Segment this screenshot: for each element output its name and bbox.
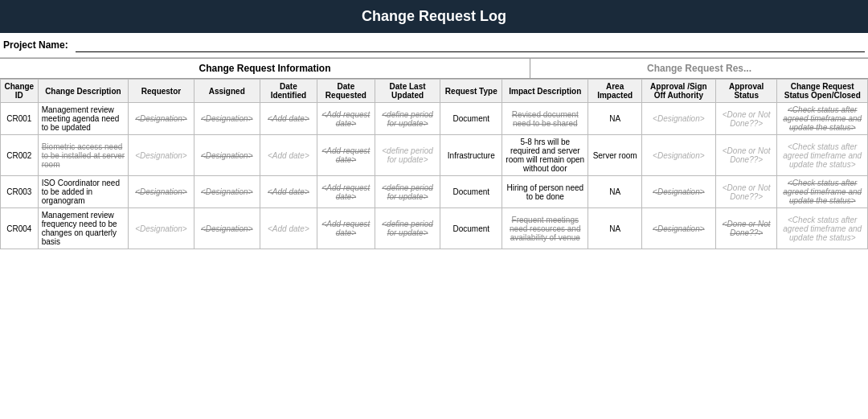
cell-area_imp: Server room	[588, 135, 641, 176]
cell-cr_status: <Check status after agreed timeframe and…	[777, 135, 868, 176]
cell-area_imp: NA	[588, 208, 641, 249]
section-header-right: Change Request Res...	[530, 59, 868, 78]
cell-assigned: <Designation>	[194, 208, 260, 249]
table-row: CR003ISO Coordinator need to be added in…	[1, 176, 868, 208]
change-request-table: Change ID Change Description Requestor A…	[0, 79, 868, 249]
cell-impact_desc: Frequent meetings need resources and ava…	[502, 208, 588, 249]
project-name-row: Project Name:	[0, 33, 868, 58]
cell-req_type: Document	[440, 176, 502, 208]
col-header-date-upd: Date Last Updated	[375, 80, 440, 103]
cell-cr_status: <Check status after agreed timeframe and…	[777, 176, 868, 208]
cell-change_desc: Management review meeting agenda need to…	[38, 103, 128, 135]
cell-date_req: <Add request date>	[317, 176, 375, 208]
cell-assigned: <Designation>	[194, 176, 260, 208]
col-header-assigned: Assigned	[194, 80, 260, 103]
cell-id: CR002	[1, 135, 39, 176]
table-row: CR002Biometric access need to be install…	[1, 135, 868, 176]
col-header-date-id: Date Identified	[260, 80, 317, 103]
cell-area_imp: NA	[588, 176, 641, 208]
col-header-id: Change ID	[1, 80, 39, 103]
cell-appr_auth: <Designation>	[641, 208, 715, 249]
cell-requestor: <Designation>	[129, 103, 194, 135]
cell-date_upd: <define period for update>	[375, 103, 440, 135]
cell-appr_auth: <Designation>	[641, 176, 715, 208]
cell-assigned: <Designation>	[194, 135, 260, 176]
cell-appr_status: <Done or Not Done??>	[715, 135, 777, 176]
cell-id: CR001	[1, 103, 39, 135]
col-header-date-req: Date Requested	[317, 80, 375, 103]
cell-date_req: <Add request date>	[317, 135, 375, 176]
col-header-req-type: Request Type	[440, 80, 502, 103]
cell-appr_auth: <Designation>	[641, 135, 715, 176]
project-name-label: Project Name:	[3, 39, 76, 51]
table-row: CR001Management review meeting agenda ne…	[1, 103, 868, 135]
cell-req_type: Infrastructure	[440, 135, 502, 176]
cell-id: CR004	[1, 208, 39, 249]
cell-cr_status: <Check status after agreed timeframe and…	[777, 208, 868, 249]
cell-id: CR003	[1, 176, 39, 208]
page-title: Change Request Log	[0, 0, 868, 33]
section-header-main: Change Request Information	[0, 59, 530, 78]
cell-change_desc: Biometric access need to be installed at…	[38, 135, 128, 176]
cell-impact_desc: 5-8 hrs will be required and server room…	[502, 135, 588, 176]
cell-assigned: <Designation>	[194, 103, 260, 135]
cell-date_upd: <define period for update>	[375, 135, 440, 176]
cell-date_upd: <define period for update>	[375, 176, 440, 208]
col-header-appr-auth: Approval /Sign Off Authority	[641, 80, 715, 103]
cell-area_imp: NA	[588, 103, 641, 135]
cell-appr_status: <Done or Not Done??>	[715, 208, 777, 249]
cell-date_req: <Add request date>	[317, 103, 375, 135]
cell-impact_desc: Hiring of person need to be done	[502, 176, 588, 208]
cell-change_desc: ISO Coordinator need to be added in orga…	[38, 176, 128, 208]
cell-date_id: <Add date>	[260, 103, 317, 135]
project-name-value[interactable]	[76, 38, 865, 52]
cell-date_id: <Add date>	[260, 176, 317, 208]
page: Change Request Log Project Name: Change …	[0, 0, 868, 419]
table-row: CR004Management review frequency need to…	[1, 208, 868, 249]
col-header-impact-desc: Impact Description	[502, 80, 588, 103]
cell-impact_desc: Revised document need to be shared	[502, 103, 588, 135]
section-headers: Change Request Information Change Reques…	[0, 58, 868, 79]
cell-req_type: Document	[440, 103, 502, 135]
cell-appr_status: <Done or Not Done??>	[715, 103, 777, 135]
col-header-desc: Change Description	[38, 80, 128, 103]
col-header-cr-status: Change Request Status Open/Closed	[777, 80, 868, 103]
cell-appr_status: <Done or Not Done??>	[715, 176, 777, 208]
cell-date_upd: <define period for update>	[375, 208, 440, 249]
cell-requestor: <Designation>	[129, 176, 194, 208]
table-header-row: Change ID Change Description Requestor A…	[1, 80, 868, 103]
cell-date_id: <Add date>	[260, 208, 317, 249]
col-header-area-imp: Area Impacted	[588, 80, 641, 103]
cell-appr_auth: <Designation>	[641, 103, 715, 135]
cell-requestor: <Designation>	[129, 208, 194, 249]
cell-requestor: <Designation>	[129, 135, 194, 176]
cell-date_req: <Add request date>	[317, 208, 375, 249]
col-header-requestor: Requestor	[129, 80, 194, 103]
cell-date_id: <Add date>	[260, 135, 317, 176]
cell-req_type: Document	[440, 208, 502, 249]
cell-cr_status: <Check status after agreed timeframe and…	[777, 103, 868, 135]
col-header-appr-status: Approval Status	[715, 80, 777, 103]
cell-change_desc: Management review frequency need to be c…	[38, 208, 128, 249]
